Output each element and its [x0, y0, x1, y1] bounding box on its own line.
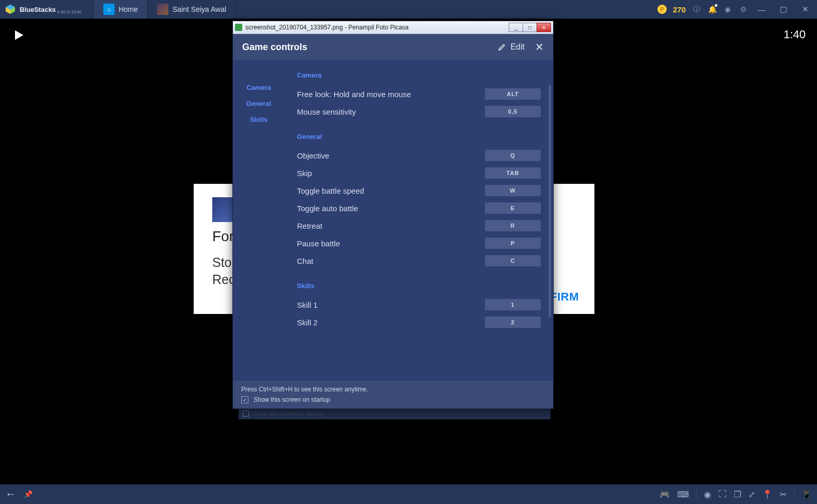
- control-label: Toggle auto battle: [297, 204, 358, 213]
- content-area: 1:40 For Sto Rec FIRM Show this screen o…: [0, 19, 817, 484]
- control-label: Pause battle: [297, 239, 340, 248]
- control-row: Chat C: [297, 255, 541, 266]
- key-binding[interactable]: C: [485, 255, 541, 266]
- control-label: Skill 1: [297, 301, 318, 309]
- separator: [794, 489, 794, 499]
- control-label: Objective: [297, 151, 329, 160]
- control-row: Pause battle P: [297, 238, 541, 249]
- key-binding[interactable]: 0,5: [485, 106, 541, 117]
- section-title: Camera: [297, 71, 541, 79]
- footer-hint: Press Ctrl+Shift+H to see this screen an…: [241, 386, 545, 393]
- picasa-maximize-button[interactable]: □: [523, 23, 537, 32]
- pencil-icon: [498, 43, 506, 51]
- scissors-icon[interactable]: ✂: [780, 490, 787, 499]
- target-icon[interactable]: ◉: [723, 5, 732, 14]
- fullscreen-icon[interactable]: ⛶: [718, 490, 727, 499]
- tab-label: Saint Seiya Awal: [172, 5, 226, 13]
- scrollbar[interactable]: [548, 85, 551, 317]
- game-controls-header: Game controls Edit ✕: [233, 34, 553, 60]
- location-icon[interactable]: 📍: [762, 490, 773, 499]
- maximize-button[interactable]: ▢: [776, 4, 791, 15]
- game-controls-main: Camera Free look: Hold and move mouse AL…: [285, 60, 553, 369]
- phone-icon[interactable]: 📱: [802, 490, 812, 499]
- section-skills: Skills Skill 1 1 Skill 2 2: [297, 282, 541, 328]
- control-row: Mouse sensitivity 0,5: [297, 106, 541, 117]
- controller-icon[interactable]: 🎮: [659, 490, 670, 499]
- key-binding[interactable]: R: [485, 220, 541, 231]
- bottom-taskbar: ← 📌 🎮 ⌨ ◉ ⛶ ❐ ⤢ 📍 ✂ 📱: [0, 484, 817, 504]
- key-binding[interactable]: W: [485, 185, 541, 196]
- control-row: Toggle auto battle E: [297, 202, 541, 214]
- key-binding[interactable]: 2: [485, 317, 541, 328]
- sidebar-item-general[interactable]: General: [236, 96, 281, 112]
- key-binding[interactable]: 1: [485, 299, 541, 310]
- edit-button[interactable]: Edit: [498, 42, 525, 52]
- key-binding[interactable]: TAB: [485, 167, 541, 179]
- control-row: Retreat R: [297, 220, 541, 231]
- control-label: Toggle battle speed: [297, 186, 364, 195]
- control-row: Skip TAB: [297, 167, 541, 179]
- close-button[interactable]: ✕: [797, 4, 813, 15]
- pin-icon[interactable]: 📌: [24, 490, 33, 498]
- coin-icon: P: [657, 5, 667, 14]
- picasa-close-button[interactable]: ✕: [537, 23, 551, 32]
- eye-icon[interactable]: ◉: [704, 490, 711, 499]
- control-row: Free look: Hold and move mouse ALT: [297, 88, 541, 100]
- control-label: Chat: [297, 257, 313, 265]
- section-title: Skills: [297, 282, 541, 290]
- back-arrow-icon[interactable]: ←: [5, 487, 17, 501]
- app-titlebar: BlueStacks 4.90.0.1046 ⌂ Home Saint Seiy…: [0, 0, 817, 19]
- control-label: Free look: Hold and move mouse: [297, 90, 411, 99]
- game-controls-sidebar: Camera General Skills: [233, 60, 285, 381]
- game-controls-title: Game controls: [242, 42, 307, 53]
- control-label: Mouse sensitivity: [297, 107, 356, 116]
- home-tab-icon: ⌂: [103, 4, 115, 15]
- tab-game[interactable]: Saint Seiya Awal: [148, 0, 236, 19]
- section-title: General: [297, 133, 541, 140]
- ghost-text: Show this screen on startup: [253, 411, 323, 417]
- picasa-minimize-button[interactable]: _: [509, 23, 523, 32]
- key-binding[interactable]: P: [485, 238, 541, 249]
- clock: 1:40: [783, 28, 806, 41]
- ghost-checkbox: [243, 411, 249, 417]
- picasa-app-icon: [235, 24, 242, 31]
- game-controls-close-button[interactable]: ✕: [535, 41, 544, 53]
- game-controls-footer: Press Ctrl+Shift+H to see this screen an…: [233, 381, 553, 408]
- picasa-window: screenshot_20190704_133957.png - Penampi…: [232, 21, 554, 409]
- edit-label: Edit: [510, 42, 525, 52]
- control-label: Skip: [297, 169, 312, 178]
- control-label: Skill 2: [297, 318, 318, 327]
- bluestacks-logo-icon: [4, 3, 17, 15]
- sidebar-item-skills[interactable]: Skills: [236, 112, 281, 128]
- sidebar-item-camera[interactable]: Camera: [236, 80, 281, 96]
- key-binding[interactable]: ALT: [485, 88, 541, 100]
- confirm-button-partial[interactable]: FIRM: [550, 290, 579, 304]
- key-binding[interactable]: Q: [485, 150, 541, 161]
- key-binding[interactable]: E: [485, 202, 541, 214]
- coin-count: 270: [673, 5, 686, 14]
- picasa-titlebar[interactable]: screenshot_20190704_133957.png - Penampi…: [233, 21, 553, 34]
- app-version: 4.90.0.1046: [57, 9, 82, 14]
- expand-icon[interactable]: ⤢: [748, 490, 755, 499]
- ghost-footer-bar: Show this screen on startup: [239, 408, 551, 419]
- notification-bell-icon[interactable]: 🔔: [708, 5, 717, 14]
- game-controls-panel: Game controls Edit ✕ Camera General Skil…: [233, 34, 553, 408]
- control-row: Skill 2 2: [297, 317, 541, 328]
- tab-home[interactable]: ⌂ Home: [94, 0, 148, 19]
- gear-icon[interactable]: ⚙: [739, 5, 748, 14]
- startup-checkbox-label: Show this screen on startup: [254, 396, 330, 403]
- separator: [696, 489, 697, 499]
- multi-instance-icon[interactable]: ❐: [734, 490, 741, 499]
- game-controls-body: Camera General Skills Camera Free look: …: [233, 60, 553, 381]
- section-general: General Objective Q Skip TAB Toggle batt…: [297, 133, 541, 266]
- startup-checkbox[interactable]: ✓: [241, 396, 248, 403]
- info-icon[interactable]: ⓘ: [692, 5, 701, 14]
- tab-label: Home: [119, 5, 138, 13]
- play-icon[interactable]: [11, 28, 26, 42]
- picasa-title: screenshot_20190704_133957.png - Penampi…: [245, 24, 408, 31]
- app-name: BlueStacks: [20, 6, 56, 13]
- control-row: Skill 1 1: [297, 299, 541, 310]
- control-label: Retreat: [297, 222, 322, 230]
- minimize-button[interactable]: —: [754, 4, 769, 15]
- keyboard-icon[interactable]: ⌨: [677, 490, 689, 499]
